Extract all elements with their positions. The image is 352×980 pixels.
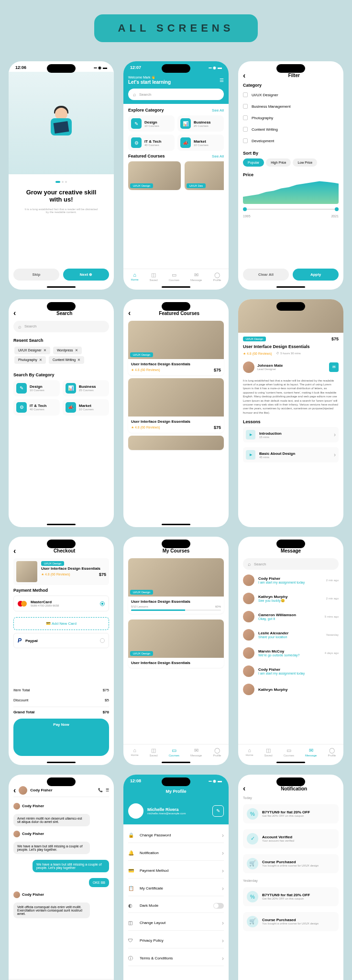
back-icon[interactable]: [13, 786, 16, 795]
notification-item[interactable]: %B7YTUN9 for flat 20% OFFGet flat 20% OF…: [243, 887, 339, 906]
back-icon[interactable]: [13, 309, 16, 317]
setting-payment[interactable]: 💳Payment Method: [128, 864, 224, 879]
course-card[interactable]: UI/UX Design: [128, 161, 181, 190]
search-input[interactable]: Search: [13, 321, 109, 332]
nav-saved[interactable]: ◫Saved: [264, 747, 273, 757]
onboard-illustration: [9, 72, 114, 174]
message-row[interactable]: Cody FisherI am start my assignment toda…: [243, 573, 339, 588]
toggle[interactable]: [213, 903, 224, 909]
sort-pill[interactable]: High Price: [266, 158, 291, 167]
search-chip[interactable]: Photography✕: [14, 356, 46, 364]
setting-terms[interactable]: ⓘTerms & Conditions: [128, 951, 224, 966]
notification-item[interactable]: %B7YTUN9 for flat 20% OFFGet flat 20% OF…: [243, 804, 339, 823]
setting-layout[interactable]: ◫Change Layout: [128, 916, 224, 931]
search-chip[interactable]: Wordpress✕: [53, 347, 82, 354]
category-item[interactable]: 📣Market10 Courses: [177, 135, 224, 151]
message-row[interactable]: Cody FisherI am start my assignment toda…: [243, 664, 339, 679]
filter-option[interactable]: Development: [243, 136, 339, 145]
back-icon[interactable]: [128, 309, 131, 317]
search-chip[interactable]: Content Writing✕: [49, 356, 84, 364]
payment-mastercard[interactable]: MasterCard5689-4700-2589-9658: [13, 596, 109, 611]
edit-button[interactable]: [212, 805, 224, 817]
setting-dark-mode[interactable]: ◐Dark Mode: [128, 899, 224, 913]
message-icon[interactable]: ✉: [329, 362, 339, 372]
back-icon[interactable]: [243, 784, 245, 793]
filter-option[interactable]: Content Writing: [243, 125, 339, 134]
see-all-link[interactable]: See All: [212, 108, 224, 113]
message-row[interactable]: Kathryn MurphySee you buddy😊2 min ago: [243, 591, 339, 606]
menu-icon[interactable]: ☰: [106, 788, 109, 792]
category-item[interactable]: 📣Market10 Courses: [63, 399, 109, 416]
nav-courses[interactable]: ▭Courses: [284, 747, 294, 757]
filter-option[interactable]: UI/UX Designer: [243, 90, 339, 99]
next-button[interactable]: Next ⊕: [63, 269, 109, 281]
message-row[interactable]: Leslie AlexanderShare your locationYeste…: [243, 627, 339, 642]
chip-close-icon[interactable]: ✕: [44, 349, 46, 352]
nav-courses[interactable]: ▭Courses: [169, 272, 179, 282]
add-card-button[interactable]: 💳 Add New Card: [13, 617, 109, 630]
chat-header: Cody Fisher 📞 ☰: [13, 784, 109, 797]
category-item[interactable]: 📊Business25 Courses: [177, 115, 224, 132]
message-row[interactable]: Cameron WilliamsonOkay, got it5 mins ago: [243, 609, 339, 624]
chip-close-icon[interactable]: ✕: [75, 349, 78, 352]
payment-paypal[interactable]: Paypal: [13, 633, 109, 648]
clear-button[interactable]: Clear All: [243, 269, 289, 281]
sort-pill[interactable]: Low Price: [293, 158, 317, 167]
notification-item[interactable]: 🛒Course PurchasedYou bought a online cou…: [243, 912, 339, 931]
skip-button[interactable]: Skip: [13, 269, 59, 281]
nav-saved[interactable]: ◫Saved: [150, 272, 158, 282]
filter-option[interactable]: Photography: [243, 113, 339, 122]
nav-message[interactable]: ✉Message: [190, 272, 202, 282]
setting-notification[interactable]: 🔔Notification: [128, 846, 224, 861]
back-icon[interactable]: [13, 547, 16, 555]
course-card[interactable]: UI/UX Design User Interface Design Essen…: [128, 321, 224, 375]
sort-pill[interactable]: Popular: [243, 158, 264, 167]
radio-checked[interactable]: [100, 601, 105, 606]
filter-option[interactable]: Business Management: [243, 102, 339, 111]
category-item[interactable]: ✎Design10 Courses: [128, 115, 175, 132]
nav-courses[interactable]: ▭Courses: [169, 747, 179, 757]
course-card[interactable]: User Interface Design Essentials ★ 4.8 (…: [128, 378, 224, 433]
chip-close-icon[interactable]: ✕: [39, 358, 42, 362]
back-icon[interactable]: [243, 71, 245, 80]
setting-password[interactable]: 🔒Change Password: [128, 828, 224, 843]
lesson-item[interactable]: Introduction15 mins: [243, 427, 339, 442]
nav-home[interactable]: ⌂Home: [246, 747, 253, 757]
category-item[interactable]: ⚙IT & Tech40 Courses: [13, 399, 60, 416]
nav-home[interactable]: ⌂Home: [131, 272, 139, 282]
nav-saved[interactable]: ◫Saved: [150, 747, 158, 757]
nav-message[interactable]: ✉Message: [190, 747, 202, 757]
lesson-item[interactable]: Basic About Design45 mins: [243, 447, 339, 462]
course-card[interactable]: [128, 436, 224, 450]
filter-icon[interactable]: [220, 78, 224, 83]
notification-item[interactable]: ✓Account VerifiedYour account has verifi…: [243, 829, 339, 848]
price-slider[interactable]: [243, 209, 339, 210]
course-card[interactable]: UI/UX Des: [185, 161, 224, 190]
course-card[interactable]: UI/UX Design User Interface Design Essen…: [128, 558, 224, 614]
call-icon[interactable]: 📞: [98, 788, 103, 792]
message-row[interactable]: Kathryn Murphy: [243, 682, 339, 697]
nav-message[interactable]: ✉Message: [305, 747, 317, 757]
search-box[interactable]: Search: [128, 89, 224, 100]
notch: [276, 64, 305, 73]
course-card[interactable]: UI/UX Design User Interface Design Essen…: [128, 620, 224, 668]
message-row[interactable]: Marvin McCoyWe're go outside someday?4 d…: [243, 645, 339, 661]
search-chip[interactable]: UI/UX Designer✕: [14, 347, 50, 354]
nav-profile[interactable]: ◯Profile: [213, 747, 221, 757]
profile-header: Michelle Rivera michelle.rivera@example.…: [123, 798, 229, 824]
apply-button[interactable]: Apply: [293, 269, 339, 281]
nav-profile[interactable]: ◯Profile: [328, 747, 336, 757]
search-input[interactable]: Search: [243, 558, 339, 570]
category-item[interactable]: ⚙IT & Tech40 Courses: [128, 135, 175, 151]
see-all-link[interactable]: See All: [212, 154, 224, 158]
setting-certificate[interactable]: 📋My Certificate: [128, 881, 224, 896]
pay-button[interactable]: Pay Now: [13, 719, 109, 756]
category-item[interactable]: 📊Business25 Courses: [63, 380, 109, 396]
category-item[interactable]: ✎Design10 Courses: [13, 380, 60, 396]
nav-profile[interactable]: ◯Profile: [213, 272, 221, 282]
radio[interactable]: [100, 638, 105, 643]
notification-item[interactable]: 🛒Course PurchasedYou bought a online cou…: [243, 854, 339, 873]
nav-home[interactable]: ⌂Home: [131, 747, 139, 757]
setting-privacy[interactable]: 🛡Privacy Policy: [128, 934, 224, 948]
chip-close-icon[interactable]: ✕: [77, 358, 80, 362]
